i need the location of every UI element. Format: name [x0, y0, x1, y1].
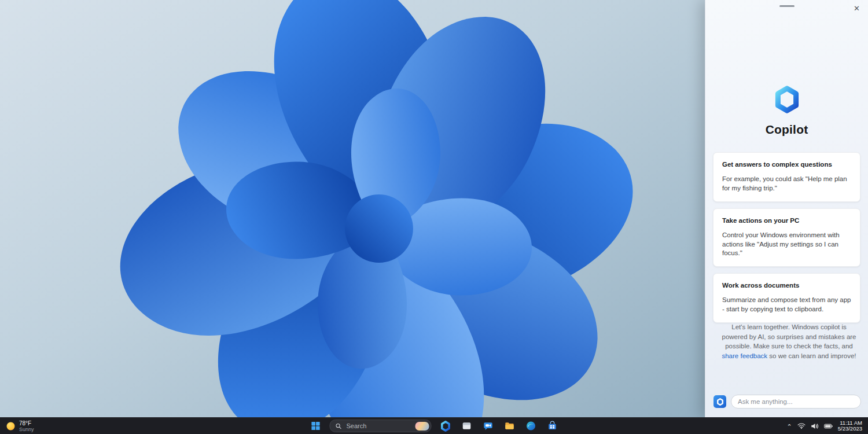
copilot-icon — [440, 421, 451, 432]
battery-icon[interactable] — [824, 424, 833, 429]
card-title: Work across documents — [722, 282, 851, 289]
taskbar-search-box[interactable] — [330, 420, 432, 432]
windows-logo-icon — [311, 421, 321, 431]
taskbar-center-icons — [308, 418, 560, 434]
weather-condition: Sunny — [19, 426, 34, 432]
store-icon — [547, 421, 558, 431]
wifi-icon[interactable] — [797, 422, 806, 429]
edge-browser-button[interactable] — [524, 419, 539, 433]
start-button[interactable] — [308, 419, 323, 433]
card-body: Summarize and compose text from any app … — [722, 296, 851, 314]
disclaimer-text: so we can learn and improve! — [767, 352, 856, 359]
card-body: For example, you could ask "Help me plan… — [722, 175, 851, 193]
ai-disclaimer: Let's learn together. Windows copilot is… — [718, 322, 860, 361]
card-title: Take actions on your PC — [722, 217, 851, 224]
weather-widget[interactable]: 78°F Sunny — [6, 418, 34, 434]
card-body: Control your Windows environment with ac… — [722, 231, 851, 259]
copilot-input-icon[interactable] — [713, 395, 726, 408]
system-tray: ⌃ 11:11 AM 5/23/2 — [787, 418, 862, 434]
bloom-wallpaper-art — [0, 0, 705, 418]
suggestion-card-actions[interactable]: Take actions on your PC Control your Win… — [713, 208, 860, 267]
folder-icon — [505, 421, 515, 431]
sidebar-drag-handle[interactable] — [779, 5, 795, 7]
search-input[interactable] — [345, 422, 412, 430]
copilot-sidebar: ✕ Copilot Get answers to complex questio… — [705, 0, 868, 418]
hidden-icons-chevron-icon[interactable]: ⌃ — [787, 424, 792, 430]
chat-icon — [483, 421, 494, 431]
copilot-logo-icon — [773, 86, 801, 113]
clock-widget[interactable]: 11:11 AM 5/23/2023 — [838, 420, 862, 432]
chat-button[interactable] — [481, 419, 496, 433]
ask-me-anything-input[interactable] — [731, 395, 861, 409]
weather-temperature: 78°F — [19, 420, 34, 426]
file-explorer-button[interactable] — [459, 419, 475, 433]
folder-app-button[interactable] — [502, 419, 517, 433]
edge-icon — [526, 421, 536, 431]
copilot-taskbar-button[interactable] — [438, 419, 453, 433]
suggestion-cards: Get answers to complex questions For exa… — [713, 152, 860, 323]
taskbar: 78°F Sunny — [0, 417, 868, 434]
search-icon — [336, 423, 342, 429]
disclaimer-text: Let's learn together. Windows copilot is… — [722, 323, 856, 350]
window-icon — [462, 421, 472, 431]
volume-icon[interactable] — [811, 423, 819, 429]
search-highlight-image[interactable] — [415, 422, 429, 431]
microsoft-store-button[interactable] — [545, 419, 560, 433]
clock-date: 5/23/2023 — [838, 426, 862, 432]
sun-icon — [6, 421, 16, 431]
card-title: Get answers to complex questions — [722, 161, 851, 168]
suggestion-card-documents[interactable]: Work across documents Summarize and comp… — [713, 273, 860, 323]
close-icon[interactable]: ✕ — [851, 2, 862, 14]
copilot-input-row — [713, 395, 861, 409]
copilot-title: Copilot — [705, 123, 868, 137]
share-feedback-link[interactable]: share feedback — [722, 352, 767, 359]
suggestion-card-answers[interactable]: Get answers to complex questions For exa… — [713, 152, 860, 202]
desktop-wallpaper — [0, 0, 705, 418]
